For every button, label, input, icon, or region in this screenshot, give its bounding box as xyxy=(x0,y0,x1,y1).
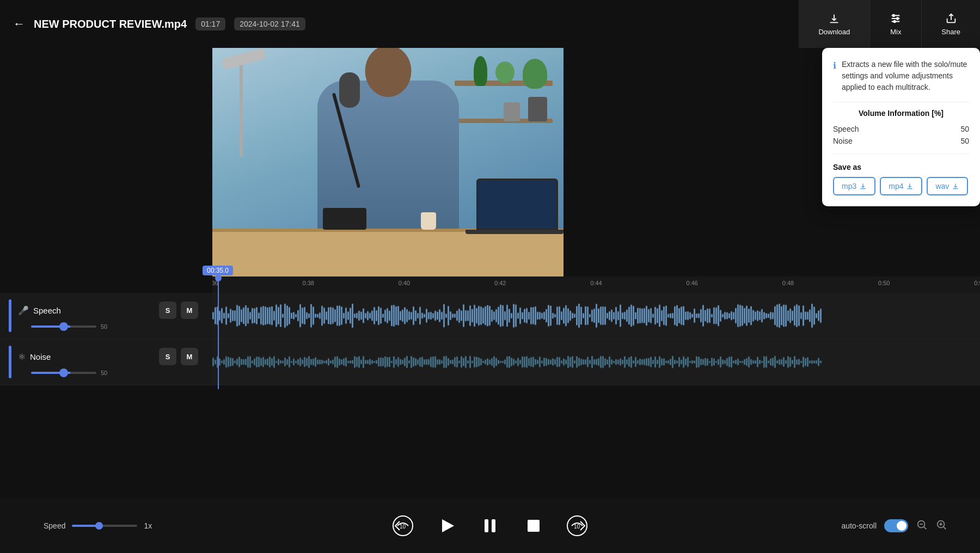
waveform-area xyxy=(212,293,980,385)
svg-point-1 xyxy=(897,17,899,20)
rewind-button[interactable]: 10 xyxy=(391,514,415,538)
mix-button[interactable]: Mix xyxy=(870,0,922,48)
speed-value: 1x xyxy=(144,521,152,530)
speech-volume-slider[interactable] xyxy=(31,325,96,328)
noise-value: 50 xyxy=(960,137,969,145)
speech-controls-row: 🎤 Speech S M xyxy=(18,302,198,319)
stop-icon xyxy=(522,514,546,538)
rewind-icon: 10 xyxy=(391,514,415,538)
noise-color-bar xyxy=(9,346,11,378)
date-badge: 2024-10-02 17:41 xyxy=(234,17,305,30)
noise-volume-slider[interactable] xyxy=(31,372,96,374)
volume-table: Volume Information [%] Speech 50 Noise 5… xyxy=(833,102,969,154)
svg-line-13 xyxy=(924,527,926,529)
auto-scroll-toggle[interactable] xyxy=(884,519,908,532)
speech-mute-button[interactable]: M xyxy=(181,302,198,319)
mp4-save-button[interactable]: mp4 xyxy=(880,177,922,195)
video-frame xyxy=(212,48,564,276)
mp3-save-button[interactable]: mp3 xyxy=(833,177,875,195)
auto-scroll-area: auto-scroll xyxy=(841,519,947,533)
save-format-buttons: mp3 mp4 wav xyxy=(833,177,969,195)
share-icon xyxy=(945,13,957,24)
mp4-download-icon xyxy=(906,182,914,190)
share-button[interactable]: Share xyxy=(922,0,980,48)
zoom-out-icon xyxy=(916,519,928,531)
file-title: NEW PRODUCT REVIEW.mp4 xyxy=(34,18,187,30)
pause-icon xyxy=(478,514,502,538)
auto-scroll-label: auto-scroll xyxy=(841,521,877,530)
speed-control: Speed 1x xyxy=(44,521,152,530)
svg-rect-8 xyxy=(528,520,540,532)
noise-icon: ⚛ xyxy=(18,352,26,362)
ruler-inner: 0:360:380:400:420:440:460:480:500:52 xyxy=(212,276,980,293)
noise-track-name: Noise xyxy=(30,352,155,361)
noise-volume-row: Noise 50 xyxy=(833,135,969,147)
speech-icon: 🎤 xyxy=(18,305,29,316)
noise-label: Noise xyxy=(833,137,853,145)
back-button[interactable]: ← xyxy=(13,17,25,31)
stop-button[interactable] xyxy=(522,514,546,538)
playhead-marker xyxy=(215,275,222,281)
timeline-ruler: 0:360:380:400:420:440:460:480:500:52 xyxy=(212,276,980,293)
speech-volume-value: 50 xyxy=(101,323,107,330)
playback-controls: 10 10 xyxy=(391,514,589,538)
svg-point-0 xyxy=(893,14,895,16)
svg-text:10: 10 xyxy=(400,524,406,530)
wav-save-button[interactable]: wav xyxy=(927,177,968,195)
download-icon xyxy=(828,13,840,24)
zoom-in-icon xyxy=(935,519,947,531)
track-labels: 🎤 Speech S M 50 ⚛ Noise S M 50 xyxy=(0,293,212,385)
noise-track-panel: ⚛ Noise S M 50 xyxy=(18,339,204,385)
tooltip-info-text: Extracts a new file with the solo/mute s… xyxy=(842,59,969,93)
speech-label: Speech xyxy=(833,125,859,133)
noise-track-label: ⚛ Noise S M 50 xyxy=(0,339,212,385)
bottom-controls: Speed 1x 10 xyxy=(0,499,980,553)
save-as-label: Save as xyxy=(833,163,969,171)
speech-track-label: 🎤 Speech S M 50 xyxy=(0,293,212,339)
forward-icon: 10 xyxy=(565,514,589,538)
zoom-out-button[interactable] xyxy=(916,519,928,533)
speech-slider-row: 50 xyxy=(31,323,198,330)
speech-waveform xyxy=(212,293,980,339)
svg-text:10: 10 xyxy=(574,524,580,530)
playhead[interactable]: 00:35.0 xyxy=(218,278,219,389)
info-icon: ℹ xyxy=(833,59,836,93)
mp3-download-icon xyxy=(859,182,867,190)
speed-label: Speed xyxy=(44,521,65,530)
noise-mute-button[interactable]: M xyxy=(181,348,198,365)
svg-marker-5 xyxy=(442,519,454,532)
svg-line-17 xyxy=(944,527,946,529)
duration-badge: 01:17 xyxy=(195,17,225,30)
noise-solo-button[interactable]: S xyxy=(159,348,176,365)
noise-slider-row: 50 xyxy=(31,370,198,376)
speech-waveform-canvas xyxy=(212,293,980,339)
noise-waveform xyxy=(212,339,980,385)
svg-rect-7 xyxy=(492,519,495,532)
video-still xyxy=(212,48,564,276)
tooltip-info: ℹ Extracts a new file with the solo/mute… xyxy=(833,59,969,93)
download-tooltip: ℹ Extracts a new file with the solo/mute… xyxy=(822,48,980,206)
forward-button[interactable]: 10 xyxy=(565,514,589,538)
noise-waveform-canvas xyxy=(212,339,980,385)
zoom-in-button[interactable] xyxy=(935,519,947,533)
toggle-knob xyxy=(897,521,906,531)
play-icon xyxy=(434,514,458,538)
speech-value: 50 xyxy=(960,125,969,133)
speech-solo-button[interactable]: S xyxy=(159,302,176,319)
noise-controls-row: ⚛ Noise S M xyxy=(18,348,198,365)
toolbar: Download Mix Share xyxy=(799,0,980,48)
download-button[interactable]: Download xyxy=(799,0,870,48)
volume-table-title: Volume Information [%] xyxy=(833,109,969,118)
play-button[interactable] xyxy=(434,514,458,538)
pause-button[interactable] xyxy=(478,514,502,538)
speech-track-panel: 🎤 Speech S M 50 xyxy=(18,293,204,339)
wav-download-icon xyxy=(952,182,959,190)
noise-volume-value: 50 xyxy=(101,370,107,376)
speech-volume-row: Speech 50 xyxy=(833,123,969,135)
playhead-time: 00:35.0 xyxy=(203,266,233,275)
svg-point-2 xyxy=(894,20,896,22)
speech-color-bar xyxy=(9,299,11,332)
svg-rect-6 xyxy=(485,519,488,532)
speed-slider[interactable] xyxy=(72,525,137,527)
speech-track-name: Speech xyxy=(33,306,155,315)
